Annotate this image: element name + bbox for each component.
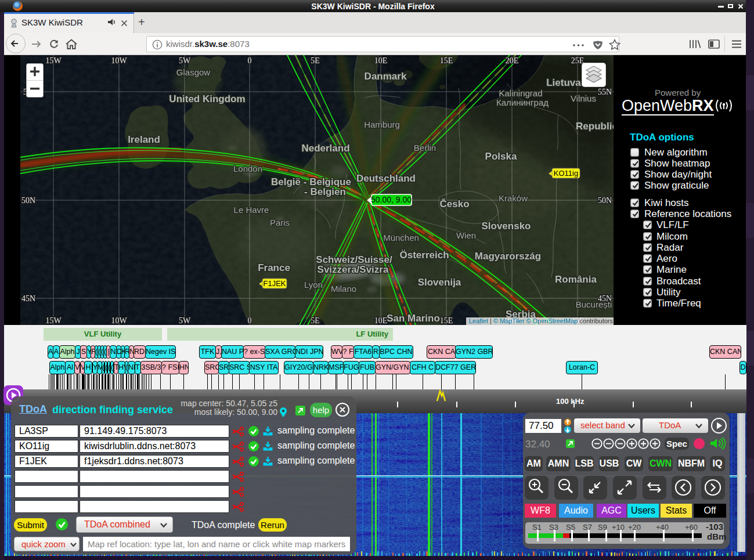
- svg-text:Glasgow: Glasgow: [176, 67, 211, 77]
- svg-text:0: 0: [248, 316, 252, 325]
- svg-text:45N: 45N: [21, 294, 35, 303]
- svg-text:München: München: [383, 233, 419, 243]
- svg-text:Slovensko: Slovensko: [481, 221, 531, 232]
- svg-text:F1JEK: F1JEK: [263, 279, 286, 288]
- svg-text:Hamburg: Hamburg: [364, 120, 400, 129]
- svg-text:20E: 20E: [506, 56, 519, 65]
- svg-text:15E: 15E: [440, 316, 453, 325]
- svg-text:Leaflet | © MapTiler © OpenStr: Leaflet | © MapTiler © OpenStreetMap con…: [469, 317, 613, 324]
- svg-text:Калининград: Калининград: [496, 97, 549, 107]
- svg-text:Kaliningrad: Kaliningrad: [499, 88, 542, 98]
- svg-text:5W: 5W: [179, 316, 191, 325]
- svg-text:50.00, 9.00: 50.00, 9.00: [371, 195, 412, 204]
- svg-text:Svizzera/Svizra: Svizzera/Svizra: [318, 264, 389, 275]
- svg-text:Le Havre: Le Havre: [234, 205, 269, 215]
- svg-text:Polska: Polska: [485, 151, 517, 162]
- svg-text:London: London: [233, 164, 262, 174]
- svg-text:Danmark: Danmark: [365, 71, 407, 82]
- svg-text:Ireland: Ireland: [128, 134, 160, 145]
- svg-text:Slovenija: Slovenija: [418, 277, 461, 288]
- svg-text:Paris: Paris: [270, 218, 290, 227]
- svg-text:10W: 10W: [111, 316, 127, 325]
- svg-text:10W: 10W: [111, 56, 127, 65]
- svg-text:15W: 15W: [45, 56, 62, 65]
- svg-text:San Marino: San Marino: [387, 313, 440, 324]
- svg-text:Kraków: Kraków: [499, 193, 528, 203]
- svg-text:Magyarország: Magyarország: [475, 251, 541, 262]
- svg-text:Lietuva: Lietuva: [546, 77, 581, 88]
- svg-text:Vilnius: Vilnius: [571, 93, 596, 103]
- svg-text:15E: 15E: [440, 56, 453, 65]
- svg-text:Berlin: Berlin: [414, 143, 436, 153]
- svg-text:France: France: [258, 262, 290, 273]
- svg-text:10E: 10E: [374, 316, 388, 325]
- svg-text:- Belgien: - Belgien: [304, 186, 346, 197]
- svg-text:10E: 10E: [374, 56, 388, 65]
- svg-text:Wien: Wien: [456, 230, 476, 240]
- svg-text:Milano: Milano: [331, 284, 356, 294]
- svg-text:Lyon: Lyon: [304, 280, 323, 290]
- svg-text:Česko: Česko: [439, 198, 469, 209]
- svg-text:București: București: [576, 299, 612, 309]
- svg-text:15W: 15W: [45, 316, 62, 325]
- svg-text:KO11ig: KO11ig: [554, 169, 578, 178]
- svg-text:55N: 55N: [598, 88, 612, 96]
- svg-text:50N: 50N: [598, 196, 612, 205]
- svg-text:Österreich: Österreich: [399, 250, 449, 261]
- svg-text:United Kingdom: United Kingdom: [169, 93, 245, 104]
- svg-text:5E: 5E: [311, 316, 320, 325]
- svg-text:5W: 5W: [179, 56, 191, 65]
- svg-text:5E: 5E: [311, 56, 320, 65]
- svg-text:0: 0: [248, 56, 252, 65]
- svg-text:Republic: Republic: [576, 121, 614, 132]
- svg-text:50N: 50N: [21, 196, 35, 205]
- svg-text:Nederland: Nederland: [301, 143, 349, 154]
- svg-text:Deutschland: Deutschland: [356, 173, 416, 184]
- svg-text:România: România: [555, 274, 597, 285]
